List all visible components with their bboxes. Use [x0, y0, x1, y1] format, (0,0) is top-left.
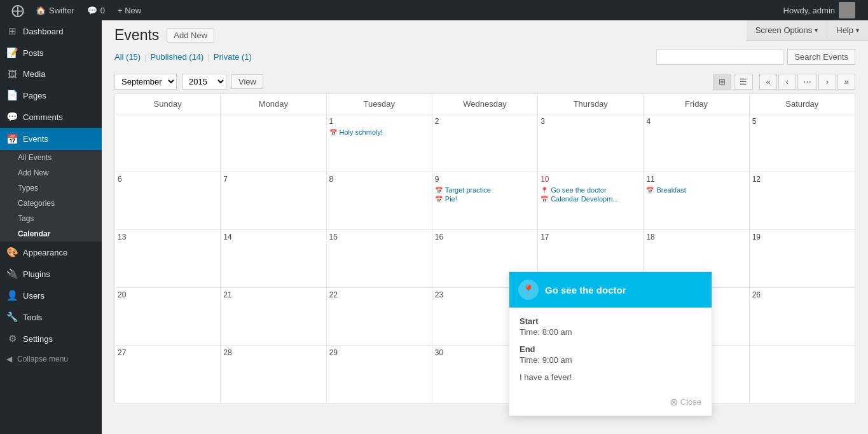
- sidebar-item-media[interactable]: 🖼 Media: [0, 64, 102, 85]
- content-area: Events Add New All (15) | Published (14)…: [102, 20, 868, 434]
- popup-end-time: Time: 9:00 am: [520, 355, 701, 365]
- help-button[interactable]: Help ▾: [827, 20, 868, 41]
- popup-end-label: End: [520, 344, 701, 354]
- event-pie[interactable]: 📅Pie!: [435, 195, 535, 203]
- user-info[interactable]: Howdy, admin: [777, 2, 862, 18]
- day-cell-10: 10 📍Go see the doctor 📅Calendar Developm…: [538, 172, 644, 230]
- categories-label: Categories: [18, 199, 55, 208]
- sidebar-item-users[interactable]: 👤 Users: [0, 285, 102, 306]
- popup-close-button[interactable]: ⊗ Close: [670, 396, 701, 408]
- sidebar-item-posts[interactable]: 📝 Posts: [0, 42, 102, 64]
- nav-next-button[interactable]: ›: [818, 74, 836, 90]
- sidebar-label-events: Events: [23, 134, 48, 144]
- day-cell-1: 1 📅Holy schmoly!: [326, 114, 432, 172]
- event-calendar-dev[interactable]: 📅Calendar Developm...: [541, 195, 640, 203]
- sidebar-label-tools: Tools: [23, 313, 42, 322]
- events-icon: 📅: [6, 133, 18, 145]
- sidebar-item-tools[interactable]: 🔧 Tools: [0, 306, 102, 328]
- calendar-icon: 📅: [646, 187, 654, 194]
- sidebar-item-comments[interactable]: 💬 Comments: [0, 106, 102, 128]
- day-cell: [221, 114, 326, 172]
- events-submenu: All Events Add New Types Categories Tags…: [0, 150, 102, 241]
- day-cell-19: 19: [749, 230, 855, 288]
- popup-start-field: Start Time: 8:00 am: [520, 316, 701, 337]
- event-breakfast[interactable]: 📅Breakfast: [646, 186, 746, 194]
- nav-prev-button[interactable]: ‹: [778, 74, 796, 90]
- new-content-link[interactable]: + New: [111, 0, 148, 20]
- controls-bar: All (15) | Published (14) | Private (1) …: [102, 44, 868, 70]
- calendar-row: 20 21 22 23 24 25 26: [115, 288, 855, 346]
- submenu-calendar[interactable]: Calendar: [0, 226, 102, 241]
- day-cell-15: 15: [326, 230, 432, 288]
- sidebar-label-settings: Settings: [23, 334, 53, 344]
- sidebar-item-pages[interactable]: 📄 Pages: [0, 85, 102, 106]
- submenu-all-events[interactable]: All Events: [0, 150, 102, 165]
- filter-private[interactable]: Private (1): [214, 52, 252, 62]
- sidebar-item-events[interactable]: 📅 Events ◀: [0, 128, 102, 150]
- grid-view-button[interactable]: ⊞: [713, 74, 731, 90]
- published-count: (14): [189, 52, 203, 62]
- submenu-categories[interactable]: Categories: [0, 196, 102, 211]
- view-button[interactable]: View: [231, 74, 263, 89]
- collapse-icon: ◀: [6, 355, 12, 363]
- collapse-label: Collapse menu: [17, 355, 68, 363]
- screen-options-label: Screen Options: [755, 25, 813, 35]
- nav-today-button[interactable]: ⋯: [797, 74, 817, 90]
- day-cell-21: 21: [221, 288, 326, 346]
- nav-last-button[interactable]: »: [837, 74, 855, 90]
- settings-icon: ⚙: [6, 333, 18, 344]
- event-target-practice[interactable]: 📅Target practice: [435, 186, 535, 194]
- event-popup: 📍 Go see the doctor Start Time: 8:00 am …: [509, 271, 712, 416]
- site-name-link[interactable]: 🏠 Swifter: [29, 0, 81, 20]
- tags-label: Tags: [18, 214, 34, 223]
- calendar-row: 13 14 15 16 17 18 19: [115, 230, 855, 288]
- admin-bar: ⨁ 🏠 Swifter 💬 0 + New Howdy, admin: [0, 0, 868, 20]
- comments-link[interactable]: 💬 0: [81, 0, 111, 20]
- event-holy-schmoly[interactable]: 📅Holy schmoly!: [329, 128, 429, 136]
- calendar-sub-label: Calendar: [18, 229, 50, 238]
- sidebar-item-settings[interactable]: ⚙ Settings: [0, 328, 102, 349]
- add-new-button[interactable]: Add New: [167, 28, 214, 43]
- sidebar-item-appearance[interactable]: 🎨 Appearance: [0, 241, 102, 263]
- sidebar-item-dashboard[interactable]: ⊞ Dashboard: [0, 20, 102, 42]
- popup-body: Start Time: 8:00 am End Time: 9:00 am: [509, 308, 712, 391]
- popup-header: 📍 Go see the doctor: [509, 272, 712, 308]
- end-time-label: Time:: [520, 355, 540, 365]
- grid-view-buttons: ⊞ ☰: [713, 74, 753, 90]
- howdy-text: Howdy, admin: [783, 6, 835, 15]
- day-cell-6: 6: [115, 172, 221, 230]
- month-select[interactable]: JanuaryFebruaryMarchApril MayJuneJulyAug…: [114, 74, 177, 90]
- search-box: Search Events: [656, 49, 855, 65]
- calendar-nav: ⊞ ☰ « ‹ ⋯ › »: [713, 74, 855, 90]
- appearance-icon: 🎨: [6, 247, 18, 258]
- submenu-tags[interactable]: Tags: [0, 211, 102, 226]
- nav-first-button[interactable]: «: [759, 74, 777, 90]
- col-saturday: Saturday: [749, 94, 855, 114]
- day-cell: [115, 114, 221, 172]
- popup-pin-icon: 📍: [518, 280, 539, 300]
- popup-title: Go see the doctor: [545, 285, 626, 295]
- comment-icon: 💬: [87, 6, 97, 15]
- event-doctor[interactable]: 📍Go see the doctor: [541, 186, 640, 194]
- submenu-types[interactable]: Types: [0, 180, 102, 196]
- new-label: + New: [118, 6, 141, 15]
- filter-published[interactable]: Published (14): [151, 52, 204, 62]
- sidebar-item-plugins[interactable]: 🔌 Plugins: [0, 263, 102, 285]
- collapse-menu-button[interactable]: ◀ Collapse menu: [0, 349, 102, 369]
- list-view-button[interactable]: ☰: [734, 74, 753, 90]
- day-cell-20: 20: [115, 288, 221, 346]
- private-count: (1): [242, 52, 252, 62]
- day-cell-4: 4: [644, 114, 749, 172]
- screen-options-button[interactable]: Screen Options ▾: [747, 20, 828, 41]
- search-input[interactable]: [656, 49, 783, 65]
- start-time-label: Time:: [520, 327, 540, 337]
- submenu-add-new[interactable]: Add New: [0, 165, 102, 180]
- day-cell-empty3: [749, 346, 855, 403]
- search-button[interactable]: Search Events: [787, 49, 855, 65]
- wp-logo[interactable]: ⨁: [6, 0, 29, 20]
- filter-all[interactable]: All (15): [114, 52, 141, 62]
- calendar-icon: 📅: [435, 196, 443, 203]
- year-select[interactable]: 2015: [182, 74, 226, 90]
- col-monday: Monday: [221, 94, 326, 114]
- calendar-row: 1 📅Holy schmoly! 2 3 4 5: [115, 114, 855, 172]
